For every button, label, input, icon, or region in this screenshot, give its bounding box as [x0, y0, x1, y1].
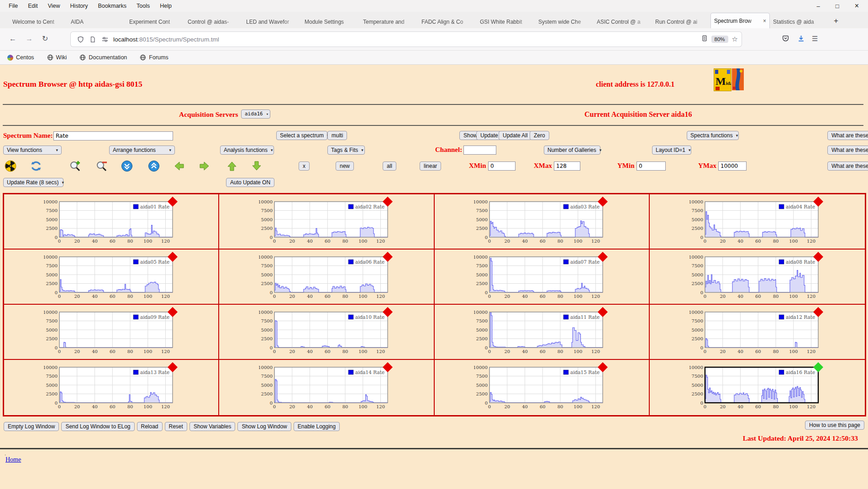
chart-cell-aida16[interactable]: 025005000750010000020406080100120aida16 … — [650, 360, 865, 415]
layout-id-select[interactable]: Layout ID=1▾ — [652, 146, 691, 155]
multi-button[interactable]: multi — [327, 131, 347, 140]
bookmark-wiki[interactable]: Wiki — [47, 54, 67, 61]
spectrum-chart[interactable]: 025005000750010000020406080100120aida03 … — [474, 195, 609, 247]
refresh-icon[interactable] — [30, 160, 42, 172]
all-button[interactable]: all — [383, 161, 396, 171]
menu-edit[interactable]: Edit — [23, 3, 43, 9]
linear-button[interactable]: linear — [420, 161, 441, 171]
bookmark-forums[interactable]: Forums — [140, 54, 168, 61]
chart-cell-aida11[interactable]: 025005000750010000020406080100120aida11 … — [435, 305, 650, 360]
tab-run-control-ai[interactable]: Run Control @ ai — [652, 15, 710, 28]
chart-cell-aida12[interactable]: 025005000750010000020406080100120aida12 … — [650, 305, 865, 360]
collapse-down-icon[interactable] — [121, 160, 133, 172]
url-bar[interactable]: localhost:8015/Spectrum/Spectrum.tml 80%… — [71, 32, 742, 47]
spectrum-chart[interactable]: 025005000750010000020406080100120aida07 … — [474, 250, 609, 302]
spectrum-chart[interactable]: 025005000750010000020406080100120aida13 … — [44, 361, 179, 413]
minimize-button[interactable]: – — [817, 3, 820, 10]
tab-temperature-and[interactable]: Temperature and — [360, 15, 418, 28]
acquisition-server-select[interactable]: aida16▾ — [241, 109, 270, 119]
radiation-icon[interactable] — [5, 160, 16, 172]
zoom-in-icon[interactable] — [69, 160, 81, 172]
reload-button[interactable]: ↻ — [42, 35, 48, 43]
empty-log-window-button[interactable]: Empty Log Window — [4, 422, 59, 431]
tab-close-icon[interactable]: × — [763, 18, 766, 24]
facility-logo[interactable] — [732, 68, 744, 90]
tab-aida[interactable]: AIDA — [68, 15, 126, 28]
arrow-right-icon[interactable] — [199, 160, 210, 172]
close-button[interactable]: × — [855, 2, 859, 10]
bookmark-documentation[interactable]: Documentation — [79, 54, 127, 61]
view-functions-select[interactable]: View functions▾ — [3, 146, 62, 155]
new-button[interactable]: new — [336, 161, 354, 171]
show-variables-button[interactable]: Show Variables — [189, 422, 236, 431]
tab-fadc-align-co[interactable]: FADC Align & Co — [418, 15, 477, 28]
tab-asic-control-a[interactable]: ASIC Control @ a — [594, 15, 652, 28]
chart-cell-aida04[interactable]: 025005000750010000020406080100120aida04 … — [650, 194, 865, 250]
zoom-out-icon[interactable] — [96, 160, 108, 172]
xmax-input[interactable] — [554, 161, 580, 171]
spectrum-chart[interactable]: 025005000750010000020406080100120aida06 … — [259, 250, 394, 302]
spectrum-chart[interactable]: 025005000750010000020406080100120aida14 … — [259, 361, 394, 413]
select-spectrum-select[interactable]: Select a spectrum▾ — [276, 131, 327, 140]
tab-welcome-to-cent[interactable]: Welcome to Cent — [9, 15, 68, 28]
what-are-these-button-1[interactable]: What are these? — [827, 131, 868, 140]
x-button[interactable]: x — [299, 161, 310, 171]
update-all-button[interactable]: Update All — [499, 131, 532, 140]
analysis-functions-select[interactable]: Analysis functions▾ — [220, 146, 274, 155]
what-are-these-button-3[interactable]: What are these? — [827, 161, 868, 171]
menu-view[interactable]: View — [43, 3, 65, 9]
what-are-these-button-2[interactable]: What are these? — [827, 146, 868, 155]
chart-cell-aida05[interactable]: 025005000750010000020406080100120aida05 … — [4, 250, 219, 305]
arrow-up-icon[interactable] — [226, 160, 238, 172]
menu-help[interactable]: Help — [155, 3, 177, 9]
bookmark-centos[interactable]: Centos — [7, 54, 34, 61]
chart-cell-aida15[interactable]: 025005000750010000020406080100120aida15 … — [435, 360, 650, 415]
spectrum-chart[interactable]: 025005000750010000020406080100120aida01 … — [44, 195, 179, 247]
bookmark-star-icon[interactable]: ☆ — [732, 35, 738, 43]
ymax-input[interactable] — [718, 161, 747, 171]
xmin-input[interactable] — [488, 161, 516, 171]
reload-button[interactable]: Reload — [137, 422, 163, 431]
show-log-window-button[interactable]: Show Log Window — [237, 422, 291, 431]
spectrum-chart[interactable]: 025005000750010000020406080100120aida15 … — [474, 361, 609, 413]
channel-input[interactable] — [463, 146, 496, 155]
pocket-icon[interactable] — [782, 35, 789, 44]
tab-module-settings[interactable]: Module Settings — [301, 15, 360, 28]
chart-cell-aida14[interactable]: 025005000750010000020406080100120aida14 … — [219, 360, 434, 415]
zoom-level-badge[interactable]: 80% — [711, 36, 728, 43]
chart-cell-aida13[interactable]: 025005000750010000020406080100120aida13 … — [4, 360, 219, 415]
tags-fits-select[interactable]: Tags & Fits▾ — [327, 146, 365, 155]
chart-cell-aida08[interactable]: 025005000750010000020406080100120aida08 … — [650, 250, 865, 305]
reader-mode-icon[interactable] — [701, 35, 708, 44]
spectrum-chart[interactable]: 025005000750010000020406080100120aida08 … — [689, 250, 825, 302]
chart-cell-aida03[interactable]: 025005000750010000020406080100120aida03 … — [435, 194, 650, 250]
chart-cell-aida09[interactable]: 025005000750010000020406080100120aida09 … — [4, 305, 219, 360]
downloads-icon[interactable] — [797, 35, 805, 44]
url-text[interactable]: localhost:8015/Spectrum/Spectrum.tml — [113, 36, 219, 43]
tab-system-wide-che[interactable]: System wide Che — [535, 15, 594, 28]
ymin-input[interactable] — [637, 161, 666, 171]
chart-cell-aida07[interactable]: 025005000750010000020406080100120aida07 … — [435, 250, 650, 305]
menu-history[interactable]: History — [65, 3, 93, 9]
expand-up-icon[interactable] — [148, 160, 160, 172]
enable-logging-button[interactable]: Enable Logging — [294, 422, 340, 431]
tab-experiment-cont[interactable]: Experiment Cont — [126, 15, 184, 28]
page-info-icon[interactable] — [89, 36, 96, 43]
chart-cell-aida02[interactable]: 025005000750010000020406080100120aida02 … — [219, 194, 434, 250]
shield-icon[interactable] — [77, 36, 84, 43]
forward-button[interactable]: → — [26, 35, 33, 43]
arrange-functions-select[interactable]: Arrange functions▾ — [109, 146, 175, 155]
spectrum-chart[interactable]: 025005000750010000020406080100120aida05 … — [44, 250, 179, 302]
spectra-functions-select[interactable]: Spectra functions▾ — [687, 131, 739, 140]
spectrum-chart[interactable]: 025005000750010000020406080100120aida12 … — [689, 306, 825, 358]
tab-led-and-wavefor[interactable]: LED and Wavefor — [243, 15, 301, 28]
menu-tools[interactable]: Tools — [132, 3, 155, 9]
chart-cell-aida06[interactable]: 025005000750010000020406080100120aida06 … — [219, 250, 434, 305]
spectrum-chart[interactable]: 025005000750010000020406080100120aida04 … — [689, 195, 825, 247]
zero-button[interactable]: Zero — [530, 131, 549, 140]
permissions-sliders-icon[interactable] — [101, 36, 109, 43]
chart-cell-aida10[interactable]: 025005000750010000020406080100120aida10 … — [219, 305, 434, 360]
spectrum-chart[interactable]: 025005000750010000020406080100120aida11 … — [474, 306, 609, 358]
spectrum-chart[interactable]: 025005000750010000020406080100120aida02 … — [259, 195, 394, 247]
tab-statistics-aida[interactable]: Statistics @ aida — [770, 15, 828, 28]
